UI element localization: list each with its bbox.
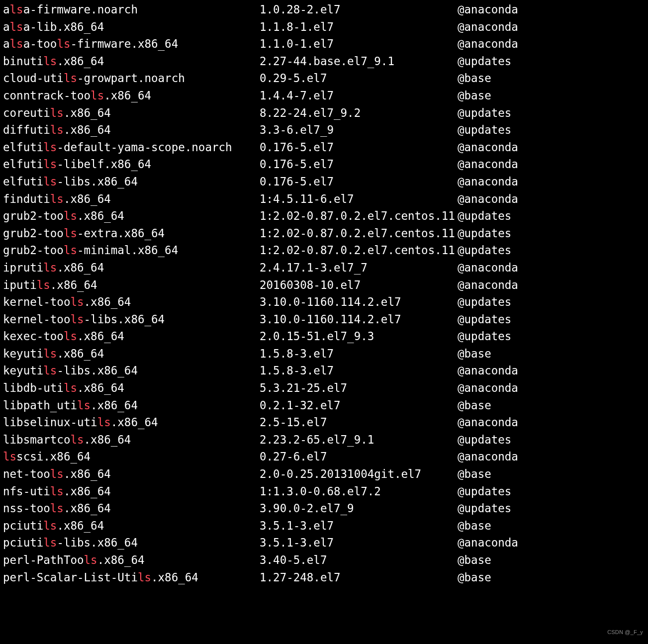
package-version: 8.22-24.el7_9.2 xyxy=(260,104,458,122)
package-name: iputils.x86_64 xyxy=(3,276,260,294)
package-name: alsa-firmware.noarch xyxy=(3,1,260,18)
package-repo: @base xyxy=(458,517,645,535)
package-version: 3.40-5.el7 xyxy=(260,552,458,569)
package-version: 1.5.8-3.el7 xyxy=(260,345,458,363)
package-version: 3.5.1-3.el7 xyxy=(260,517,458,535)
package-version: 1.1.8-1.el7 xyxy=(260,18,458,36)
package-row: perl-PathTools.x86_643.40-5.el7@base xyxy=(3,552,645,569)
package-name: diffutils.x86_64 xyxy=(3,121,260,139)
package-row: coreutils.x86_648.22-24.el7_9.2@updates xyxy=(3,104,645,122)
package-version: 1:2.02-0.87.0.2.el7.centos.11 xyxy=(260,242,458,259)
package-row: grub2-tools-minimal.x86_641:2.02-0.87.0.… xyxy=(3,242,645,259)
package-name: grub2-tools.x86_64 xyxy=(3,207,260,225)
package-row: findutils.x86_641:4.5.11-6.el7@anaconda xyxy=(3,190,645,208)
package-repo: @updates xyxy=(458,207,645,225)
package-row: lsscsi.x86_640.27-6.el7@anaconda xyxy=(3,448,645,465)
package-name: keyutils.x86_64 xyxy=(3,345,260,363)
package-row: kernel-tools-libs.x86_643.10.0-1160.114.… xyxy=(3,311,645,328)
package-version: 1:4.5.11-6.el7 xyxy=(260,190,458,208)
package-name: libpath_utils.x86_64 xyxy=(3,397,260,414)
package-repo: @anaconda xyxy=(458,173,645,190)
package-row: libsmartcols.x86_642.23.2-65.el7_9.1@upd… xyxy=(3,431,645,449)
package-row: alsa-firmware.noarch1.0.28-2.el7@anacond… xyxy=(3,1,645,18)
package-row: keyutils-libs.x86_641.5.8-3.el7@anaconda xyxy=(3,362,645,379)
package-repo: @base xyxy=(458,569,645,586)
terminal-output: alsa-firmware.noarch1.0.28-2.el7@anacond… xyxy=(0,0,648,586)
package-name: pciutils.x86_64 xyxy=(3,517,260,535)
package-version: 0.176-5.el7 xyxy=(260,139,458,156)
package-version: 2.5-15.el7 xyxy=(260,414,458,431)
package-repo: @anaconda xyxy=(458,1,645,18)
package-version: 0.176-5.el7 xyxy=(260,173,458,190)
package-repo: @anaconda xyxy=(458,139,645,156)
package-row: conntrack-tools.x86_641.4.4-7.el7@base xyxy=(3,87,645,104)
package-row: nss-tools.x86_643.90.0-2.el7_9@updates xyxy=(3,500,645,517)
package-row: iprutils.x86_642.4.17.1-3.el7_7@anaconda xyxy=(3,259,645,276)
package-name: cloud-utils-growpart.noarch xyxy=(3,70,260,87)
package-repo: @updates xyxy=(458,53,645,70)
package-row: kexec-tools.x86_642.0.15-51.el7_9.3@upda… xyxy=(3,328,645,345)
package-repo: @base xyxy=(458,397,645,414)
package-name: perl-PathTools.x86_64 xyxy=(3,552,260,569)
package-row: net-tools.x86_642.0-0.25.20131004git.el7… xyxy=(3,465,645,483)
package-row: elfutils-default-yama-scope.noarch0.176-… xyxy=(3,139,645,156)
package-version: 5.3.21-25.el7 xyxy=(260,379,458,397)
package-row: grub2-tools.x86_641:2.02-0.87.0.2.el7.ce… xyxy=(3,207,645,225)
package-repo: @updates xyxy=(458,328,645,345)
package-name: nss-tools.x86_64 xyxy=(3,500,260,517)
package-version: 3.10.0-1160.114.2.el7 xyxy=(260,293,458,311)
package-version: 0.29-5.el7 xyxy=(260,70,458,87)
package-repo: @base xyxy=(458,70,645,87)
package-repo: @anaconda xyxy=(458,448,645,465)
package-name: libdb-utils.x86_64 xyxy=(3,379,260,397)
package-row: alsa-tools-firmware.x86_641.1.0-1.el7@an… xyxy=(3,35,645,53)
package-repo: @anaconda xyxy=(458,379,645,397)
package-name: findutils.x86_64 xyxy=(3,190,260,208)
package-repo: @anaconda xyxy=(458,362,645,379)
package-repo: @updates xyxy=(458,293,645,311)
package-name: keyutils-libs.x86_64 xyxy=(3,362,260,379)
package-version: 1.4.4-7.el7 xyxy=(260,87,458,104)
package-repo: @anaconda xyxy=(458,156,645,173)
package-repo: @base xyxy=(458,345,645,363)
package-version: 2.27-44.base.el7_9.1 xyxy=(260,53,458,70)
package-name: pciutils-libs.x86_64 xyxy=(3,534,260,552)
package-row: kernel-tools.x86_643.10.0-1160.114.2.el7… xyxy=(3,293,645,311)
package-name: grub2-tools-minimal.x86_64 xyxy=(3,242,260,259)
package-row: keyutils.x86_641.5.8-3.el7@base xyxy=(3,345,645,363)
package-version: 3.5.1-3.el7 xyxy=(260,534,458,552)
package-repo: @base xyxy=(458,465,645,483)
package-row: libselinux-utils.x86_642.5-15.el7@anacon… xyxy=(3,414,645,431)
package-version: 3.90.0-2.el7_9 xyxy=(260,500,458,517)
package-row: alsa-lib.x86_641.1.8-1.el7@anaconda xyxy=(3,18,645,36)
package-version: 1:2.02-0.87.0.2.el7.centos.11 xyxy=(260,207,458,225)
package-repo: @anaconda xyxy=(458,190,645,208)
package-name: iprutils.x86_64 xyxy=(3,259,260,276)
package-repo: @updates xyxy=(458,311,645,328)
package-name: perl-Scalar-List-Utils.x86_64 xyxy=(3,569,260,586)
package-name: elfutils-libelf.x86_64 xyxy=(3,156,260,173)
package-repo: @updates xyxy=(458,121,645,139)
package-name: net-tools.x86_64 xyxy=(3,465,260,483)
watermark: CSDN @_F_y xyxy=(607,624,643,641)
package-version: 2.4.17.1-3.el7_7 xyxy=(260,259,458,276)
package-version: 1.5.8-3.el7 xyxy=(260,362,458,379)
package-name: elfutils-libs.x86_64 xyxy=(3,173,260,190)
package-row: elfutils-libelf.x86_640.176-5.el7@anacon… xyxy=(3,156,645,173)
package-repo: @base xyxy=(458,87,645,104)
package-name: elfutils-default-yama-scope.noarch xyxy=(3,139,260,156)
package-name: grub2-tools-extra.x86_64 xyxy=(3,225,260,242)
package-version: 1.27-248.el7 xyxy=(260,569,458,586)
package-repo: @updates xyxy=(458,242,645,259)
package-repo: @anaconda xyxy=(458,276,645,294)
package-row: iputils.x86_6420160308-10.el7@anaconda xyxy=(3,276,645,294)
package-name: binutils.x86_64 xyxy=(3,53,260,70)
package-name: libselinux-utils.x86_64 xyxy=(3,414,260,431)
package-repo: @anaconda xyxy=(458,259,645,276)
package-row: diffutils.x86_643.3-6.el7_9@updates xyxy=(3,121,645,139)
package-row: binutils.x86_642.27-44.base.el7_9.1@upda… xyxy=(3,53,645,70)
package-version: 0.176-5.el7 xyxy=(260,156,458,173)
package-row: nfs-utils.x86_641:1.3.0-0.68.el7.2@updat… xyxy=(3,483,645,500)
package-repo: @updates xyxy=(458,500,645,517)
package-version: 20160308-10.el7 xyxy=(260,276,458,294)
